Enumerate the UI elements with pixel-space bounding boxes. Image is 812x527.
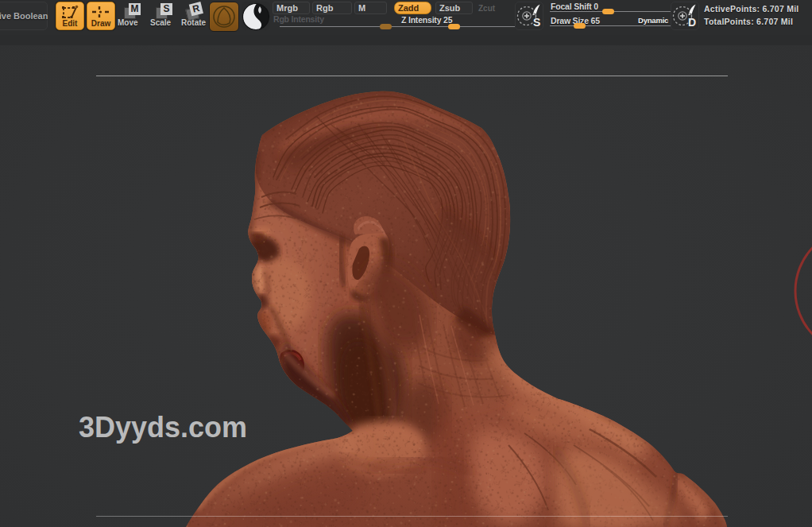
svg-text:S: S [533,16,540,29]
svg-text:D: D [688,16,696,29]
